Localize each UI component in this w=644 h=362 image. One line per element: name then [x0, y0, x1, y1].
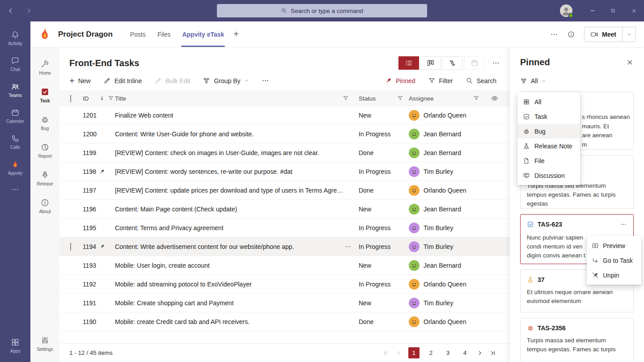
board-view-button[interactable]: [420, 56, 441, 70]
table-row[interactable]: 1196 Content: Main Page content (Check u…: [59, 200, 510, 219]
nav-back-button[interactable]: [7, 7, 14, 14]
context-menu-go-to-task[interactable]: Go to Task: [587, 253, 641, 268]
pinned-type-filter[interactable]: All: [520, 77, 634, 84]
channel-info-icon[interactable]: [567, 30, 575, 38]
table-row[interactable]: 1191 Mobile: Create shopping cart and Pa…: [59, 294, 510, 312]
row-checkbox[interactable]: [70, 243, 71, 251]
close-button[interactable]: [623, 0, 644, 21]
dropdown-item-release-note[interactable]: Release Note: [517, 139, 580, 153]
title-filter-icon[interactable]: [343, 95, 349, 101]
module-about[interactable]: About: [30, 192, 59, 220]
page-button[interactable]: 4: [459, 347, 470, 358]
tab-files[interactable]: Files: [152, 21, 177, 47]
rail-item-calls[interactable]: Calls: [0, 129, 30, 155]
tab-posts[interactable]: Posts: [124, 21, 152, 47]
column-assignee[interactable]: Assignee: [409, 95, 434, 102]
pinned-card[interactable]: TAS-2356 Turpis massa sed elementum temp…: [520, 318, 634, 362]
rail-item-appvity[interactable]: Appvity: [0, 155, 30, 181]
list-view-button[interactable]: [398, 56, 419, 70]
meet-button[interactable]: Meet: [584, 27, 636, 42]
table-row[interactable]: 1192 Mobile: add streaming potocol to Ex…: [59, 275, 510, 294]
table-row[interactable]: 1199 [REVIEW] Content: check on images i…: [59, 143, 510, 162]
rail-item-activity[interactable]: Activity: [0, 25, 30, 51]
row-more-button[interactable]: [344, 243, 354, 250]
task-title[interactable]: Mobile: add streaming potocol to ExoVide…: [115, 281, 252, 288]
dropdown-item-all[interactable]: All: [517, 94, 580, 109]
gantt-view-button[interactable]: [442, 56, 463, 70]
dropdown-item-task[interactable]: Task: [517, 109, 580, 124]
maximize-button[interactable]: [603, 0, 623, 21]
column-status[interactable]: Status: [359, 95, 376, 102]
next-page-button[interactable]: [476, 349, 483, 357]
etask-module-rail: Home Task Bug Report Release About Setti…: [30, 47, 59, 362]
table-row[interactable]: 1195 Content: Terms and Privacy agreemen…: [59, 219, 510, 237]
rail-item-calendar[interactable]: Calender: [0, 103, 30, 129]
page-button[interactable]: 3: [442, 347, 453, 358]
page-button[interactable]: 1: [408, 347, 419, 358]
task-title[interactable]: Content: Main Page content (Check update…: [115, 206, 237, 213]
module-report[interactable]: Report: [30, 137, 59, 164]
nav-forward-button[interactable]: [25, 7, 32, 14]
add-tab-button[interactable]: +: [233, 29, 239, 39]
context-menu-preview[interactable]: Preview: [587, 238, 641, 253]
table-row[interactable]: 1198 [REVIEW] Content: wordy sentences, …: [59, 162, 510, 181]
module-home[interactable]: Home: [30, 54, 59, 81]
group-by-button[interactable]: Group By: [203, 77, 249, 84]
channel-more-button[interactable]: [550, 30, 558, 38]
task-title[interactable]: Finalize Web content: [115, 112, 173, 119]
card-more-button[interactable]: [620, 221, 627, 228]
pinned-toggle-button[interactable]: Pinned: [385, 77, 415, 84]
dropdown-item-discussion[interactable]: Discussion: [517, 168, 580, 183]
task-title[interactable]: Content: Write User-Guide for phone and …: [115, 130, 254, 138]
task-title[interactable]: Mobile: User login, create account: [115, 262, 210, 269]
command-search-box[interactable]: Search or type a command: [217, 4, 427, 17]
meet-dropdown-button[interactable]: [622, 27, 636, 42]
task-title[interactable]: [REVIEW] Content: check on images in Use…: [115, 149, 319, 156]
rail-item-teams[interactable]: Teams: [0, 77, 30, 103]
context-menu-unpin[interactable]: Unpin: [587, 268, 641, 282]
task-title[interactable]: [REVIEW] Content: update prices per down…: [115, 187, 343, 194]
table-row[interactable]: 1190 Mobile: create Credit card tab and …: [59, 312, 510, 331]
sort-descending-icon[interactable]: [99, 95, 105, 101]
module-bug[interactable]: Bug: [30, 109, 59, 137]
search-button[interactable]: Search: [466, 77, 496, 84]
table-row-hovered[interactable]: 1194 Content: Write advertisement conten…: [59, 237, 510, 256]
table-row[interactable]: 1200 Content: Write User-Guide for phone…: [59, 125, 510, 143]
rail-item-apps[interactable]: Apps: [0, 333, 30, 358]
edit-inline-button[interactable]: Edit Inline: [103, 77, 142, 84]
module-settings[interactable]: Settings: [30, 330, 59, 358]
task-title[interactable]: [REVIEW] Content: wordy sentences, re-wr…: [115, 168, 292, 175]
assignee-filter-icon[interactable]: [473, 95, 479, 101]
column-title[interactable]: Title: [115, 95, 126, 102]
column-visibility-icon[interactable]: [491, 95, 498, 102]
table-row[interactable]: 1197 [REVIEW] Content: update prices per…: [59, 181, 510, 200]
toolbar-more-button[interactable]: [262, 77, 269, 84]
dropdown-item-file[interactable]: File: [517, 153, 580, 168]
task-title[interactable]: Content: Terms and Privacy agreement: [115, 224, 224, 232]
rail-more-button[interactable]: [0, 181, 30, 198]
page-button[interactable]: 2: [425, 347, 436, 358]
minimize-button[interactable]: [582, 0, 603, 21]
last-page-button[interactable]: [489, 349, 496, 357]
view-more-button[interactable]: [492, 59, 500, 67]
task-title[interactable]: Mobile: create Credit card tab and API r…: [115, 318, 250, 325]
close-panel-button[interactable]: [626, 59, 634, 66]
task-status: New: [359, 112, 409, 119]
module-release[interactable]: Release: [30, 164, 59, 192]
id-filter-icon[interactable]: [108, 95, 114, 101]
dropdown-item-bug[interactable]: Bug: [517, 124, 580, 139]
task-title[interactable]: Content: Write advertisement content for…: [115, 243, 294, 250]
task-title[interactable]: Mobile: Create shopping cart and Payment: [115, 299, 233, 307]
team-logo: [38, 27, 52, 42]
column-id[interactable]: ID: [83, 95, 99, 102]
table-row[interactable]: 1201 Finalize Web content New Orlando Qu…: [59, 106, 510, 125]
table-row[interactable]: 1193 Mobile: User login, create account …: [59, 256, 510, 275]
select-all-checkbox[interactable]: [70, 95, 71, 102]
filter-button[interactable]: Filter: [428, 77, 453, 84]
status-filter-icon[interactable]: [397, 95, 403, 101]
module-task[interactable]: Task: [30, 81, 59, 109]
new-button[interactable]: + New: [69, 77, 91, 84]
tab-appvity-etask[interactable]: Appvity eTask: [176, 21, 230, 47]
user-avatar[interactable]: [560, 4, 572, 17]
rail-item-chat[interactable]: Chat: [0, 51, 30, 77]
